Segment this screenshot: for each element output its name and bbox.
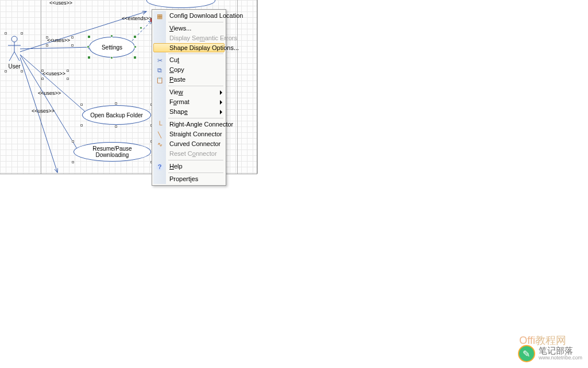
menu-straight-connector[interactable]: Straight Connector [153, 129, 225, 139]
menu-paste[interactable]: Paste [153, 75, 225, 85]
watermark-notetribe: ✎ 笔记部落 www.notetribe.com [518, 345, 582, 362]
menu-separator [168, 160, 223, 160]
stereotype-uses: <<uses>> [49, 0, 72, 6]
cut-icon [155, 56, 164, 65]
context-menu: Config Download Location Views... Displa… [152, 9, 226, 186]
svg-line-0 [20, 47, 92, 49]
menu-curved-connector[interactable]: Curved Connector [153, 139, 225, 149]
menu-display-semantic-errors: Display Semantic Errors [153, 33, 225, 43]
usecase-label: Open Backup Folder [90, 112, 143, 118]
config-icon [155, 12, 164, 21]
svg-point-6 [11, 36, 17, 42]
svg-line-3 [20, 55, 79, 152]
menu-format[interactable]: Format [153, 97, 225, 107]
menu-separator [168, 53, 223, 54]
menu-view[interactable]: View [153, 87, 225, 97]
usecase-resume-pause[interactable]: Resume/Pause Downloading [74, 142, 151, 162]
usecase-open-backup[interactable]: Open Backup Folder [82, 105, 151, 125]
menu-right-angle-connector[interactable]: Right-Angle Connector [153, 120, 225, 129]
submenu-arrow-icon [220, 100, 222, 105]
menu-config-download-location[interactable]: Config Download Location [153, 11, 225, 21]
right-angle-icon [155, 120, 164, 129]
submenu-arrow-icon [220, 110, 222, 114]
stereotype-uses: <<uses>> [42, 71, 65, 76]
menu-shape[interactable]: Shape [153, 107, 225, 117]
copy-icon [155, 66, 164, 75]
menu-copy[interactable]: Copy [153, 65, 225, 75]
menu-reset-connector: Reset Connector [153, 149, 225, 159]
watermark-title: 笔记部落 [539, 346, 582, 356]
usecase-partial[interactable] [146, 0, 215, 8]
menu-shape-display-options[interactable]: Shape Display Options... [153, 43, 225, 52]
menu-properties[interactable]: Properties [153, 174, 225, 184]
straight-icon [155, 130, 164, 139]
usecase-settings[interactable]: Settings [89, 37, 135, 57]
usecase-label: Settings [102, 44, 122, 51]
actor-label: User [6, 63, 23, 70]
submenu-arrow-icon [220, 90, 222, 95]
stereotype-extends: <<extends>> [122, 16, 152, 21]
usecase-label: Resume/Pause Downloading [76, 145, 148, 158]
menu-separator [168, 172, 223, 173]
menu-help[interactable]: Help [153, 162, 225, 171]
stereotype-uses: <<uses>> [38, 90, 61, 96]
menu-separator [168, 86, 223, 86]
stereotype-uses: <<uses>> [32, 108, 55, 114]
curved-icon [155, 140, 164, 149]
svg-line-2 [20, 55, 89, 115]
svg-line-10 [14, 52, 20, 61]
help-icon [155, 162, 164, 171]
menu-views[interactable]: Views... [153, 24, 225, 33]
pencil-badge-icon: ✎ [518, 345, 535, 362]
menu-separator [168, 118, 223, 118]
menu-separator [168, 22, 223, 22]
viewport: User <<uses>> <<uses>> <<uses>> <<uses>>… [0, 0, 588, 368]
stereotype-uses: <<uses>> [47, 37, 70, 43]
paste-icon [155, 75, 164, 85]
svg-line-5 [129, 20, 152, 44]
watermark-url: www.notetribe.com [539, 355, 582, 361]
actor-user[interactable]: User [6, 36, 23, 70]
svg-line-9 [9, 52, 14, 61]
menu-cut[interactable]: Cut [153, 55, 225, 65]
